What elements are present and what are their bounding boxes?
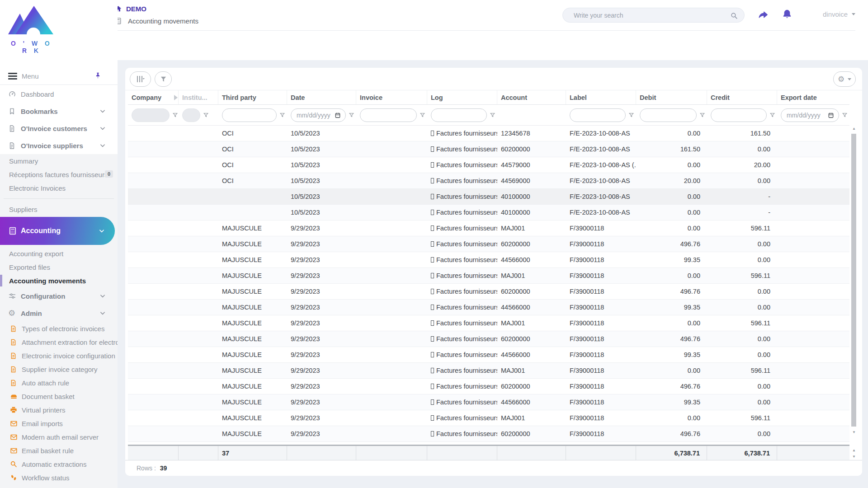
filter-input-label[interactable] (570, 108, 626, 122)
column-header-debit[interactable]: Debit (636, 90, 707, 104)
table-row[interactable]: MAJUSCULE9/29/2023Factures fournisseursM… (128, 410, 849, 426)
filter-operator-funnel-icon[interactable] (842, 112, 848, 118)
sidebar-item-auto-attach-rule[interactable]: Auto attach rule (0, 376, 118, 389)
sidebar-item-electronic-invoices[interactable]: Electronic Invoices (0, 181, 118, 195)
column-header-account[interactable]: Account (497, 90, 566, 104)
hamburger-menu-icon[interactable] (8, 73, 17, 80)
table-row[interactable]: MAJUSCULE9/29/2023Factures fournisseurs6… (128, 379, 849, 394)
search-icon[interactable] (730, 12, 738, 21)
sidebar-item-document-basket[interactable]: Document basket (0, 389, 118, 403)
sidebar-item-accounting-export[interactable]: Accounting export (0, 247, 118, 260)
filter-input-credit[interactable] (711, 108, 767, 122)
filter-input-export-date[interactable] (781, 108, 839, 122)
notifications-bell-icon[interactable] (782, 9, 793, 21)
invoice-filter-input[interactable] (365, 111, 412, 119)
sidebar-item-electronic-invoice-configuration[interactable]: Electronic invoice configuration (0, 349, 118, 362)
sidebar-item-o-invoice-customers[interactable]: O'Invoice customers (0, 120, 118, 137)
sidebar-item-admin[interactable]: ⚙Admin (0, 305, 118, 322)
table-row[interactable]: MAJUSCULE9/29/2023Factures fournisseurs4… (128, 394, 849, 410)
table-row[interactable]: OCI10/5/2023Factures fournisseurs6020000… (128, 141, 849, 157)
filter-operator-funnel-icon[interactable] (203, 112, 209, 118)
sidebar-item-suppliers[interactable]: Suppliers (0, 202, 118, 216)
filter-operator-funnel-icon[interactable] (628, 112, 634, 118)
table-row[interactable]: OCI10/5/2023Factures fournisseurs4456900… (128, 173, 849, 189)
table-row[interactable]: OCI10/5/2023Factures fournisseurs4457900… (128, 157, 849, 173)
footer-scroll-down-icon[interactable]: ▼ (851, 455, 857, 459)
table-row[interactable]: MAJUSCULE9/29/2023Factures fournisseursM… (128, 221, 849, 236)
table-row[interactable]: MAJUSCULE9/29/2023Factures fournisseursM… (128, 315, 849, 331)
filter-operator-funnel-icon[interactable] (769, 112, 775, 118)
scroll-down-icon[interactable]: ▼ (851, 430, 857, 435)
columns-button[interactable] (130, 71, 151, 87)
scrollbar-thumb[interactable] (851, 134, 856, 427)
sidebar-item-exported-files[interactable]: Exported files (0, 260, 118, 274)
sidebar-item-email-imports[interactable]: Email imports (0, 417, 118, 430)
column-header-credit[interactable]: Credit (707, 90, 777, 104)
table-row[interactable]: 10/5/2023Factures fournisseurs40100000F/… (128, 189, 849, 205)
sidebar-item-attachment-extraction-for-electroni[interactable]: Attachment extraction for electroni (0, 335, 118, 349)
column-expand-arrow-icon[interactable] (174, 95, 180, 100)
calendar-icon[interactable] (335, 112, 341, 118)
table-row[interactable]: MAJUSCULE9/29/2023Factures fournisseurs4… (128, 300, 849, 315)
sidebar-item-r-ceptions-factures-fournisseurs[interactable]: Réceptions factures fournisseurs0 (0, 168, 118, 181)
sidebar-item-bookmarks[interactable]: Bookmarks (0, 103, 118, 120)
table-row[interactable]: MAJUSCULE9/29/2023Factures fournisseurs6… (128, 236, 849, 252)
label-filter-input[interactable] (575, 111, 621, 119)
filter-operator-funnel-icon[interactable] (172, 112, 178, 118)
filter-input-date[interactable] (291, 108, 346, 122)
table-settings-button[interactable]: ⚙ (833, 71, 856, 87)
user-menu[interactable]: dinvoice (823, 10, 855, 18)
filter-operator-funnel-icon[interactable] (279, 112, 285, 118)
table-row[interactable]: MAJUSCULE9/29/2023Factures fournisseurs6… (128, 284, 849, 300)
table-row[interactable]: MAJUSCULE9/29/2023Factures fournisseurs6… (128, 426, 849, 442)
table-row[interactable]: MAJUSCULE9/29/2023Factures fournisseursM… (128, 268, 849, 284)
column-header-company[interactable]: Company (128, 90, 179, 104)
filter-input-log[interactable] (431, 108, 487, 122)
filter-button[interactable] (155, 71, 172, 87)
column-header-export-date[interactable]: Export date (777, 90, 849, 104)
table-row[interactable]: OCI10/5/2023Factures fournisseurs1234567… (128, 126, 849, 141)
sidebar-item-o-invoice-suppliers[interactable]: O'Invoice suppliers (0, 137, 118, 154)
sidebar-item-dashboard[interactable]: Dashboard (0, 85, 118, 103)
export-date-filter-input[interactable] (786, 111, 827, 119)
sidebar-item-summary[interactable]: Summary (0, 154, 118, 168)
vertical-scrollbar[interactable]: ▲ ▼ ▲ ▼ (851, 127, 857, 460)
pin-icon[interactable] (94, 72, 102, 81)
date-filter-input[interactable] (296, 111, 334, 119)
third-party-filter-input[interactable] (227, 111, 272, 119)
log-filter-input[interactable] (436, 111, 482, 119)
sidebar-item-virtual-printers[interactable]: Virtual printers (0, 403, 118, 417)
sidebar-item-workflow-status[interactable]: Workflow status (0, 471, 118, 484)
sidebar-item-configuration[interactable]: Configuration (0, 287, 118, 305)
sidebar-item-accounting[interactable]: Accounting (0, 217, 115, 245)
sidebar-item-modern-auth-email-server[interactable]: Modern auth email server (0, 430, 118, 444)
debit-filter-input[interactable] (645, 111, 692, 119)
scroll-up-icon[interactable]: ▲ (851, 127, 857, 131)
footer-scroll-up-icon[interactable]: ▲ (851, 448, 857, 453)
filter-operator-funnel-icon[interactable] (420, 112, 425, 118)
column-header-third-party[interactable]: Third party (218, 90, 287, 104)
filter-operator-funnel-icon[interactable] (699, 112, 705, 118)
calendar-icon[interactable] (828, 112, 834, 118)
sidebar-item-supplier-invoice-category[interactable]: Supplier invoice category (0, 362, 118, 376)
sidebar-item-automatic-extractions[interactable]: Automatic extractions (0, 457, 118, 471)
filter-input-debit[interactable] (640, 108, 697, 122)
credit-filter-input[interactable] (716, 111, 762, 119)
column-header-invoice[interactable]: Invoice (356, 90, 427, 104)
table-row[interactable]: MAJUSCULE9/29/2023Factures fournisseurs4… (128, 347, 849, 363)
table-row[interactable]: MAJUSCULE9/29/2023Factures fournisseurs6… (128, 331, 849, 347)
column-header-date[interactable]: Date (287, 90, 356, 104)
table-row[interactable]: MAJUSCULE9/29/2023Factures fournisseursM… (128, 363, 849, 379)
filter-input-third-party[interactable] (222, 108, 277, 122)
column-header-institution[interactable]: Institu... (179, 90, 218, 104)
filter-operator-funnel-icon[interactable] (349, 112, 354, 118)
table-row[interactable]: 10/5/2023Factures fournisseurs40100000F/… (128, 205, 849, 221)
share-icon[interactable] (757, 9, 769, 22)
sidebar-item-email-basket-rule[interactable]: Email basket rule (0, 444, 118, 457)
column-header-label[interactable]: Label (566, 90, 636, 104)
sidebar-item-types-of-electronic-invoices[interactable]: Types of electronic invoices (0, 322, 118, 335)
filter-operator-funnel-icon[interactable] (490, 112, 495, 118)
filter-input-invoice[interactable] (360, 108, 417, 122)
column-header-log[interactable]: Log (427, 90, 497, 104)
sidebar-item-accounting-movements[interactable]: Accounting movements (0, 274, 118, 287)
